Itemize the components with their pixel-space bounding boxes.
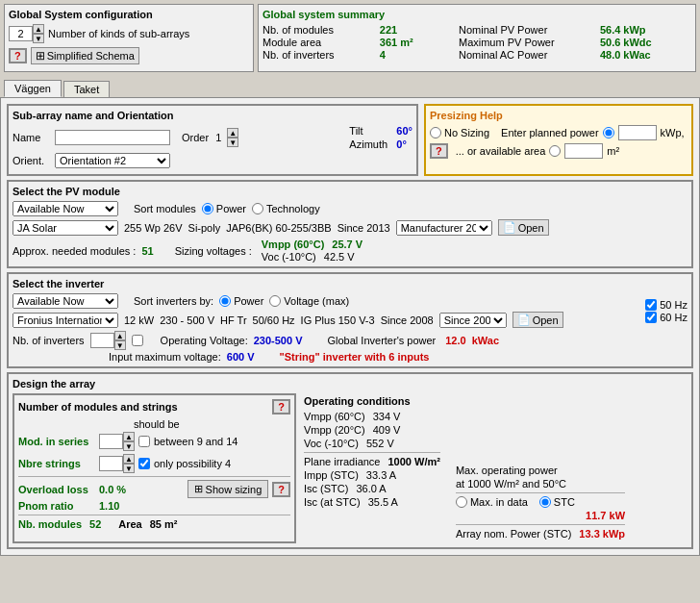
sort-inv-power-label[interactable]: Power <box>219 295 263 307</box>
inv-availability-select[interactable]: Available Now <box>12 293 118 309</box>
inv-open-button[interactable]: 📄 Open <box>512 312 563 328</box>
no-sizing-label: No Sizing <box>444 127 489 138</box>
orient-label: Orient. <box>12 155 51 166</box>
nbre-strings-up[interactable]: ▲ <box>123 454 135 464</box>
subarray-count-up[interactable]: ▲ <box>33 24 44 34</box>
global-summary-panel: Global system summary Nb. of modules 221… <box>258 4 696 72</box>
stc-label: STC <box>554 496 575 508</box>
modules-strings-title: Number of modules and strings <box>18 401 178 413</box>
design-section: Design the array Number of modules and s… <box>7 372 693 549</box>
inverter-section: Select the inverter Available Now Sort i… <box>7 272 693 368</box>
impp-value: 33.3 A <box>366 469 396 481</box>
vmpp60-label: Vmpp (60°C) <box>304 411 365 422</box>
subarray-count-input[interactable]: 2 <box>9 26 33 41</box>
name-input[interactable]: Väggen <box>55 130 170 145</box>
area-radio-label[interactable] <box>549 145 561 157</box>
no-sizing-radio-label[interactable]: No Sizing <box>430 127 489 138</box>
global-summary-title: Global system summary <box>262 9 691 20</box>
nbre-strings-input[interactable]: 4 <box>99 456 123 471</box>
max-power-sublabel: at 1000 W/m² and 50°C <box>456 478 566 490</box>
pnom-value: 1.10 <box>99 500 119 512</box>
vmpp20-value: 409 V <box>373 424 401 436</box>
hz50-checkbox[interactable] <box>645 299 657 311</box>
nb-inv-spinner[interactable]: 1 ▲ ▼ <box>90 331 126 350</box>
no-sizing-radio[interactable] <box>430 127 441 138</box>
area-unit: m² <box>607 145 619 157</box>
nb-inv-input[interactable]: 1 <box>90 333 114 348</box>
nbre-strings-spinner[interactable]: 4 ▲ ▼ <box>99 454 135 473</box>
modules-help-button[interactable]: ? <box>272 399 290 415</box>
max-in-data-radio-label[interactable]: Max. in data <box>456 496 528 508</box>
order-down[interactable]: ▼ <box>227 138 238 147</box>
power-radio[interactable] <box>603 127 614 138</box>
stc-radio-label[interactable]: STC <box>539 496 575 508</box>
operating-conditions-section: Operating conditions Vmpp (60°C) 334 V V… <box>302 393 688 543</box>
voc10-value: 552 V <box>366 438 394 449</box>
area-input[interactable]: 83 <box>564 143 603 159</box>
enter-power-label: Enter planned power <box>501 127 599 138</box>
pv-open-button[interactable]: 📄 Open <box>498 219 549 236</box>
global-config-help-button[interactable]: ? <box>9 48 27 63</box>
operating-title: Operating conditions <box>304 395 686 407</box>
max-in-data-radio[interactable] <box>456 496 467 508</box>
mod-series-checkbox[interactable] <box>138 436 150 447</box>
nbre-strings-checkbox[interactable] <box>138 458 150 469</box>
tab-taket[interactable]: Taket <box>63 81 110 97</box>
tab-vaggen[interactable]: Väggen <box>4 80 62 97</box>
inv-freq: 50/60 Hz <box>253 314 295 326</box>
irradiance-label: Plane irradiance <box>304 456 381 467</box>
inv-year-select[interactable]: Since 2008 <box>439 313 507 328</box>
global-config-title: Global System configuration <box>9 9 249 20</box>
sort-inv-power-radio[interactable] <box>219 295 231 307</box>
power-radio-label[interactable] <box>603 127 614 138</box>
presizing-help-button[interactable]: ? <box>430 143 448 159</box>
show-sizing-help-button[interactable]: ? <box>272 482 290 497</box>
nominal-pv-value: 56.4 kWp <box>600 24 691 36</box>
sort-tech-label[interactable]: Technology <box>252 203 320 214</box>
hz50-label: 50 Hz <box>660 299 688 311</box>
pv-manufacturer-select[interactable]: JA Solar <box>12 220 118 236</box>
overload-label: Overload loss <box>18 484 95 495</box>
approx-value: 51 <box>141 245 153 257</box>
mod-series-spinner[interactable]: 13 ▲ ▼ <box>99 432 135 451</box>
mod-series-up[interactable]: ▲ <box>123 432 135 441</box>
pv-year-select[interactable]: Manufacturer 2013 <box>396 220 492 236</box>
nb-inv-up[interactable]: ▲ <box>114 331 126 340</box>
array-nom-value: 13.3 kWp <box>579 528 625 540</box>
area-result-value: 85 m² <box>150 518 178 530</box>
orient-select[interactable]: Orientation #1 Orientation #2 Orientatio… <box>55 153 170 168</box>
sort-inv-voltage-radio[interactable] <box>269 295 281 307</box>
power-input[interactable]: 13.1 <box>618 125 657 140</box>
sort-power-radio[interactable] <box>202 203 213 214</box>
global-config-panel: Global System configuration 2 ▲ ▼ Number… <box>4 4 254 72</box>
input-max-value: 600 V <box>227 351 255 363</box>
pv-since: Since 2013 <box>338 222 390 234</box>
presizing-title: Presizing Help <box>430 110 688 121</box>
stc-radio[interactable] <box>539 496 551 508</box>
sort-inv-voltage-label[interactable]: Voltage (max) <box>269 295 349 307</box>
inv-manufacturer-select[interactable]: Fronius International <box>12 313 118 328</box>
nb-modules-result-label: Nb. modules <box>18 518 82 530</box>
should-be-label: should be <box>134 418 180 430</box>
mod-series-down[interactable]: ▼ <box>123 441 135 451</box>
area-radio[interactable] <box>549 145 561 157</box>
hz60-checkbox[interactable] <box>645 312 657 323</box>
area-result-label: Area <box>118 518 141 530</box>
show-sizing-button[interactable]: ⊞ Show sizing <box>188 480 269 498</box>
nbre-strings-down[interactable]: ▼ <box>123 464 135 473</box>
nb-inv-checkbox[interactable] <box>132 335 143 346</box>
simplified-schema-button[interactable]: ⊞ Simplified Schema <box>31 47 139 64</box>
mod-series-input[interactable]: 13 <box>99 434 123 449</box>
global-power-unit: kWac <box>472 335 499 346</box>
pv-availability-select[interactable]: Available Now <box>12 201 118 216</box>
sort-power-label[interactable]: Power <box>202 203 246 214</box>
show-sizing-icon: ⊞ <box>194 483 203 495</box>
sort-tech-radio[interactable] <box>252 203 263 214</box>
order-value: 1 <box>215 132 221 143</box>
order-up[interactable]: ▲ <box>227 128 238 138</box>
max-power-value: 11.7 kW <box>586 510 625 521</box>
subarray-count-down[interactable]: ▼ <box>33 34 44 43</box>
subarray-count-spinner[interactable]: 2 ▲ ▼ <box>9 24 44 43</box>
main-content: Sub-array name and Orientation Name Vägg… <box>0 97 700 556</box>
nb-inv-down[interactable]: ▼ <box>114 340 126 350</box>
